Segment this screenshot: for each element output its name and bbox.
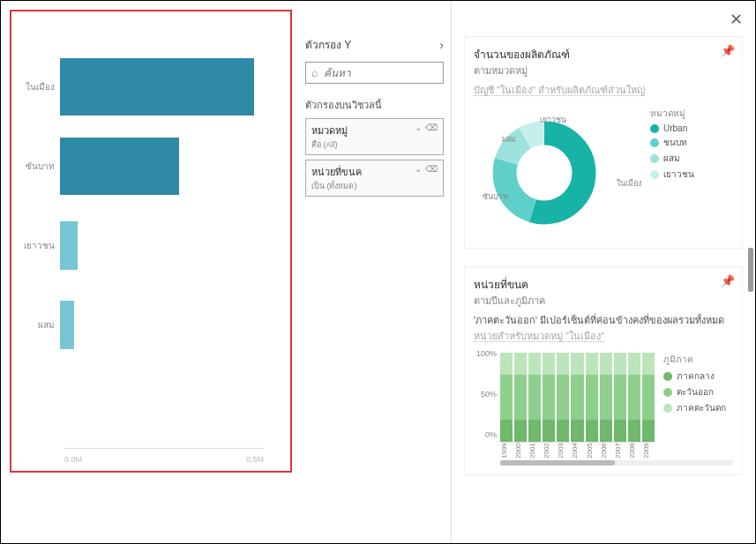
legend-title: หมวดหมู่ — [650, 107, 694, 120]
card-desc: บัญชี "ในเมือง" สำหรับผลิตภัณฑ์ส่วนใหญ่ — [474, 82, 733, 98]
x-tick: 2008 — [628, 444, 640, 458]
x-tick: 2000 — [514, 444, 527, 458]
x-tick: 2007 — [614, 444, 626, 458]
stack-segment — [500, 375, 513, 420]
search-box[interactable]: ⌕ — [305, 62, 444, 84]
stack-segment — [628, 420, 640, 442]
stack-segment — [500, 420, 513, 442]
stack-col — [557, 353, 569, 442]
stack-segment — [614, 375, 626, 420]
chevron-down-icon[interactable]: ⌄ — [415, 123, 422, 132]
stack-segment — [514, 353, 527, 375]
stack-segment — [557, 420, 569, 442]
card-title: จํานวนของผลิตภัณฑ์ — [474, 46, 733, 63]
legend-label: เยาวชน — [663, 168, 694, 181]
bar-label: เยาวชน — [11, 239, 60, 252]
legend-swatch — [650, 170, 659, 179]
card-desc-text: หน่วยสำหรับหมวดหมู่ "ในเมือง" — [474, 331, 604, 342]
y-tick: 100% — [474, 349, 497, 358]
bar-rect — [60, 58, 254, 116]
legend-label: ตะวันออก — [677, 385, 714, 399]
filters-header: ตัวกรอง Y — [305, 36, 351, 53]
legend-title: ภูมิภาค — [663, 353, 726, 366]
bar-rect — [60, 301, 74, 349]
pin-icon[interactable]: 📌 — [721, 44, 735, 57]
slice-label: เยาวชน — [540, 114, 566, 126]
stack-segment — [628, 353, 640, 375]
stack-segment — [600, 375, 612, 420]
eraser-icon[interactable]: ⌫ — [425, 164, 438, 174]
legend-swatch — [650, 124, 659, 133]
slice-label: ผสม — [502, 133, 516, 145]
filter-card[interactable]: หน่วยที่ขนค เป็น (ทั้งหมด) ⌄ ⌫ — [305, 160, 444, 197]
stack-segment — [642, 353, 655, 375]
x-tick: 2001 — [528, 444, 541, 458]
legend-label: ชนบท — [663, 136, 687, 149]
stack-segment — [528, 375, 541, 420]
stack-segment — [500, 353, 513, 375]
legend-swatch — [650, 154, 659, 163]
horizontal-scrollbar[interactable] — [500, 460, 733, 466]
donut-chart — [474, 107, 615, 239]
y-tick: 50% — [474, 390, 497, 399]
stacked-legend: ภูมิภาค ภาคกลาง ตะวันออก ภาคตะวันตก — [663, 353, 726, 458]
axis-tick: 0.5M — [246, 455, 264, 464]
search-icon: ⌕ — [311, 66, 318, 79]
legend-label: ภาคตะวันตก — [677, 401, 726, 414]
scrollbar-thumb[interactable] — [748, 248, 753, 292]
eraser-icon[interactable]: ⌫ — [425, 123, 438, 132]
stack-segment — [543, 353, 555, 375]
stack-col — [642, 353, 655, 442]
stack-col — [528, 353, 541, 442]
close-icon[interactable]: ✕ — [730, 10, 743, 29]
card-sub: ตามหมวดหมู่ — [474, 63, 733, 78]
filter-sub: คือ (All) — [311, 138, 348, 151]
axis-tick: 0.0M — [64, 455, 82, 464]
bar-label: ซันบาท — [11, 160, 60, 173]
stack-col — [543, 353, 555, 442]
insight-card-donut: 📌 จํานวนของผลิตภัณฑ์ ตามหมวดหมู่ บัญชี "… — [464, 36, 743, 249]
chevron-down-icon[interactable]: ⌄ — [415, 164, 422, 174]
legend-label: ผสม — [663, 152, 680, 165]
stack-segment — [586, 353, 598, 375]
legend-swatch — [663, 404, 672, 413]
x-tick: 2005 — [586, 444, 598, 458]
x-tick: 2004 — [571, 444, 583, 458]
stack-segment — [642, 375, 655, 420]
search-input[interactable] — [324, 67, 438, 79]
legend-label: Urban — [663, 123, 687, 133]
legend-label: ภาคกลาง — [677, 369, 715, 383]
filter-title: หมวดหมู่ — [311, 123, 348, 138]
chevron-right-icon[interactable]: › — [439, 38, 444, 52]
filter-sub: เป็น (ทั้งหมด) — [311, 180, 362, 192]
stacked-chart: 100% 50% 0% 1999200020012002200320042005… — [474, 353, 655, 458]
legend-swatch — [663, 388, 672, 397]
stack-segment — [514, 420, 527, 442]
scrollbar-thumb[interactable] — [500, 460, 615, 466]
bar-rect — [60, 221, 78, 270]
card-sub: ตามปีและภูมิภาค — [474, 293, 733, 309]
stack-segment — [642, 420, 655, 442]
bar-label: ในเมือง — [11, 80, 60, 93]
x-tick: 2003 — [557, 444, 569, 458]
filters-pane: ตัวกรอง Y › ⌕ ตัวกรองบนวิชวลนี้ หมวดหมู่… — [305, 1, 451, 543]
card-title: หน่วยที่ขนค — [474, 276, 733, 293]
x-tick: 1999 — [500, 444, 513, 458]
legend-swatch — [663, 372, 672, 381]
stack-segment — [514, 375, 527, 420]
bar-label: ผสม — [11, 318, 60, 332]
pin-icon[interactable]: 📌 — [721, 274, 735, 287]
bar-rect — [60, 138, 179, 195]
stack-segment — [628, 375, 640, 420]
x-axis-labels: 0.0M 0.5M — [64, 455, 264, 464]
filter-card[interactable]: หมวดหมู่ คือ (All) ⌄ ⌫ — [305, 118, 444, 155]
stack-col — [600, 353, 612, 442]
bar-chart-visual[interactable]: ในเมือง ซันบาท เยาวชน ผสม 0.0M 0.5M — [10, 10, 292, 473]
x-tick: 2009 — [642, 444, 655, 458]
card-desc-text: 'ภาคตะวันออก' มีเปอร์เซ็นต์ที่ค่อนข้างคง… — [474, 315, 724, 325]
slice-label: ซันบาท — [483, 190, 508, 203]
stack-segment — [614, 420, 626, 442]
y-tick: 0% — [474, 430, 497, 439]
stack-segment — [557, 353, 569, 375]
stack-segment — [571, 420, 583, 442]
